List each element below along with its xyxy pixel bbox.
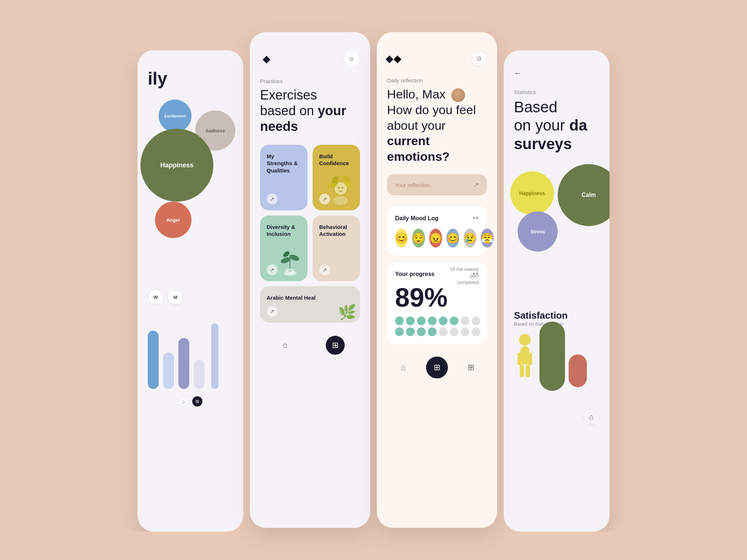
settings-icon: ⊙: [477, 55, 481, 62]
p3-nav-extra[interactable]: ⊞: [461, 358, 480, 377]
reflection-input[interactable]: Your reflection.. ↗: [387, 174, 487, 195]
p4-bubbles-container: Happiness Calm Stress: [514, 164, 599, 303]
figure-yellow: [514, 332, 536, 380]
phone-practices: ○ Practices Exercisesbased on yourneeds …: [250, 32, 370, 528]
card-title-diversity: Diversity & Inclusion: [267, 223, 301, 238]
grid-icon: ⊞: [332, 341, 338, 350]
card-arrow-arabic: ↗: [267, 306, 278, 317]
progress-row: 89% Of the weeklyplan completed: [395, 284, 479, 311]
p2-bottom-nav: ⌂ ⊞: [260, 330, 360, 355]
dot-12: [428, 327, 437, 336]
progress-percent: 89%: [395, 284, 448, 311]
p2-section-label: Practices: [260, 78, 360, 84]
dot-3: [417, 316, 426, 325]
p4-nav-home[interactable]: ⌂: [583, 409, 599, 425]
dot-7: [461, 316, 469, 325]
home-icon-p3: ⌂: [401, 363, 406, 372]
svg-rect-20: [526, 365, 530, 377]
send-icon: ↗: [473, 181, 479, 189]
home-icon: ⌂: [283, 341, 287, 350]
bubble-happiness-p4[interactable]: Happiness: [510, 171, 554, 215]
p3-nav-home[interactable]: ⌂: [394, 358, 413, 377]
p3-label: Daily reflection: [387, 77, 487, 83]
emoji-tired[interactable]: 😤: [481, 229, 494, 248]
back-button[interactable]: ←: [514, 69, 522, 78]
emoji-blue-smile[interactable]: 😊: [446, 229, 459, 248]
emoji-sad[interactable]: 😢: [464, 229, 476, 248]
home-icon-p4: ⌂: [589, 412, 593, 422]
emoji-row: 😊 😌 😠 😊 😢 😤: [395, 229, 479, 248]
svg-point-12: [282, 250, 290, 258]
p2-title: Exercisesbased on yourneeds: [260, 87, 360, 135]
card-arrow-strengths: ↗: [267, 194, 278, 205]
p3-nav-grid[interactable]: ⊞: [426, 357, 448, 378]
shape-light: [194, 360, 205, 389]
svg-point-11: [289, 253, 300, 262]
bubble-excitement[interactable]: Excitement: [159, 100, 191, 132]
p3-bottom-nav: ⌂ ⊞ ⊞: [387, 351, 487, 378]
svg-point-0: [333, 196, 348, 205]
card-title-strengths: My Strengths & Qualities: [267, 153, 301, 174]
nav-grid-btn[interactable]: ⊞: [326, 336, 345, 355]
shape-blue-short: [163, 353, 174, 389]
phone-reflection: ◆ ⊙ Daily reflection Hello, Max How do y…: [377, 32, 497, 528]
shape-purple: [178, 338, 189, 389]
p1-week-buttons: W M: [148, 289, 233, 305]
bubble-calm-p4[interactable]: Calm: [558, 164, 609, 226]
dot-6: [450, 316, 458, 325]
p1-title: ily: [148, 69, 233, 89]
p1-bottom-nav: ⌂ ⊞: [148, 396, 233, 407]
exercise-card-diversity[interactable]: Diversity & Inclusion ↗: [260, 215, 307, 281]
svg-rect-19: [520, 365, 524, 377]
svg-point-7: [342, 187, 343, 188]
p3-greeting: Hello, Max How do you feelabout your cur…: [387, 86, 487, 164]
svg-rect-9: [286, 269, 294, 275]
exercise-card-arabic[interactable]: Arabic Mental Heal ↗ 🌿: [260, 286, 360, 323]
mood-log-title: Daily Mood Log: [395, 215, 438, 222]
phone-statistics: ← Statistics Basedon your dasurveys Happ…: [504, 50, 609, 532]
bubble-happiness[interactable]: Happiness: [140, 129, 213, 202]
shape-right: [211, 323, 218, 389]
exercise-card-behavioral[interactable]: Behavioral Activation ↗: [313, 215, 360, 281]
exercise-card-confidence[interactable]: Build Confidence ↗: [313, 145, 360, 210]
dot-1: [395, 316, 404, 325]
week-btn-w[interactable]: W: [148, 289, 164, 305]
p4-bottom-shapes: [514, 332, 599, 405]
shape-coral: [569, 354, 587, 387]
p4-header: ←: [514, 69, 599, 78]
progress-dots-grid: [395, 316, 479, 336]
emoji-angry[interactable]: 😠: [429, 229, 442, 248]
search-button[interactable]: ○: [343, 50, 360, 67]
nav-home-btn[interactable]: ⌂: [276, 336, 295, 355]
shape-blue-tall: [148, 331, 159, 389]
emoji-happy[interactable]: 😊: [395, 229, 408, 248]
satisfaction-title: Satisfaction: [514, 310, 599, 321]
search-icon: ○: [350, 55, 354, 63]
plant-illustration-confidence: [324, 170, 357, 207]
app-logo: [260, 52, 273, 65]
mood-menu-btn[interactable]: ••: [473, 214, 479, 222]
dot-16: [472, 327, 480, 336]
card-title-confidence: Build Confidence: [319, 153, 353, 167]
p3-header: ◆ ⊙: [387, 50, 487, 66]
extra-icon-p3: ⊞: [468, 363, 474, 372]
emoji-calm[interactable]: 😌: [412, 229, 425, 248]
reflection-placeholder: Your reflection..: [395, 182, 433, 188]
settings-button[interactable]: ⊙: [471, 50, 487, 66]
grid-icon-p3: ⊞: [434, 363, 440, 372]
p2-header: ○: [260, 50, 360, 67]
p1-nav-grid[interactable]: ⊞: [192, 396, 202, 407]
card-title-arabic: Arabic Mental Heal: [267, 294, 353, 302]
exercise-card-strengths[interactable]: My Strengths & Qualities ↗: [260, 145, 307, 210]
week-btn-m[interactable]: M: [167, 289, 183, 305]
progress-section: Your progress •• 89% Of the weeklyplan c…: [387, 262, 487, 344]
dot-5: [439, 316, 448, 325]
shape-green-blob: [539, 322, 565, 391]
p1-nav-home[interactable]: ⌂: [178, 396, 189, 407]
bubble-stress-p4[interactable]: Stress: [518, 211, 558, 252]
card-title-behavioral: Behavioral Activation: [319, 223, 353, 238]
bubble-anger[interactable]: Anger: [155, 202, 191, 238]
mood-section-header: Daily Mood Log ••: [395, 214, 479, 222]
svg-rect-17: [518, 353, 522, 365]
svg-point-15: [519, 334, 531, 346]
